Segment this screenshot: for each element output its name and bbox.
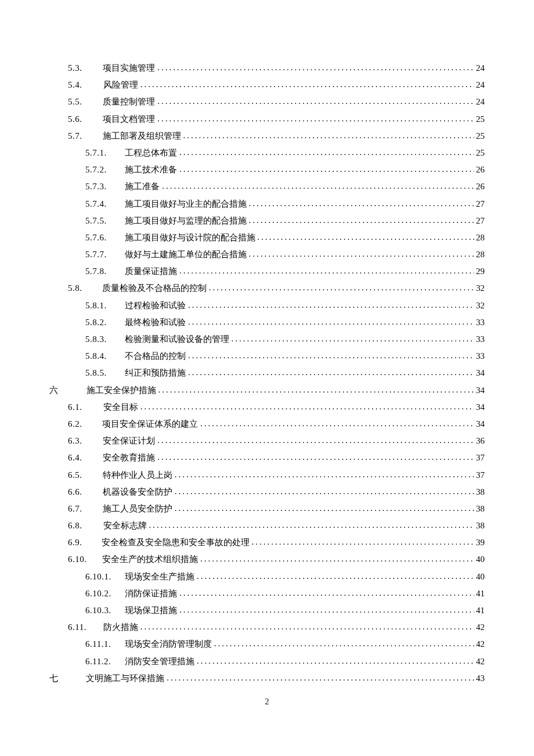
toc-entry[interactable]: 6.11.2.消防安全管理措施42 [49,657,485,666]
toc-entry[interactable]: 6.11.防火措施42 [49,623,485,632]
toc-leader-dots [157,436,474,445]
toc-entry[interactable]: 5.7.4.施工项目做好与业主的配合措施27 [49,200,485,208]
toc-leader-dots [157,453,474,462]
toc-leader-dots [214,639,474,648]
toc-entry-page: 29 [476,267,485,276]
toc-entry[interactable]: 5.5.质量控制管理24 [49,98,485,106]
toc-leader-dots [162,182,474,190]
toc-leader-dots [179,606,474,614]
toc-leader-dots [179,148,474,157]
toc-entry-page: 24 [476,81,485,89]
toc-entry[interactable]: 5.3.项目实施管理24 [49,64,485,73]
toc-entry-page: 34 [476,386,485,395]
toc-entry-page: 38 [476,488,485,496]
toc-leader-dots [179,267,474,275]
toc-entry-page: 41 [476,589,485,598]
toc-entry-title: 过程检验和试验 [125,301,186,310]
toc-entry-title: 施工项目做好与设计院的配合措施 [125,233,255,242]
toc-entry-title: 安全生产的技术组织措施 [102,555,198,564]
toc-entry-number: 6.1. [68,403,98,412]
toc-entry[interactable]: 5.6.项目文档管理25 [49,115,485,124]
toc-entry[interactable]: 6.10.2.消防保证措施41 [49,589,485,598]
toc-leader-dots [167,674,474,682]
toc-entry-number: 6.3. [68,437,98,445]
toc-entry[interactable]: 5.7.施工部署及组织管理25 [49,132,485,141]
toc-entry-title: 工程总体布置 [125,149,177,157]
toc-entry-page: 34 [476,369,485,377]
toc-entry-page: 25 [476,149,485,157]
toc-entry[interactable]: 5.8.2.最终检验和试验33 [49,318,485,327]
toc-entry[interactable]: 5.8.1.过程检验和试验32 [49,301,485,310]
toc-leader-dots [183,131,474,140]
toc-entry[interactable]: 5.8.3.检验测量和试验设备的管理33 [49,335,485,344]
toc-entry-page: 26 [476,182,485,191]
toc-leader-dots [175,504,474,513]
toc-entry[interactable]: 5.7.6.施工项目做好与设计院的配合措施28 [49,233,485,242]
toc-entry-number: 5.6. [68,115,98,124]
toc-entry-title: 安全保证计划 [103,437,155,445]
toc-entry-page: 39 [476,538,485,547]
toc-entry[interactable]: 5.7.8.质量保证措施29 [49,267,485,276]
toc-entry[interactable]: 6.10.3.现场保卫措施41 [49,606,485,615]
toc-entry[interactable]: 5.8.质量检验及不合格品的控制32 [49,284,485,293]
toc-entry-title: 安全检查及安全隐患和安全事故的处理 [102,538,250,547]
toc-entry-number: 6.10.3. [85,606,124,615]
toc-entry[interactable]: 6.8.安全标志牌38 [49,521,485,530]
toc-entry-title: 安全教育措施 [103,453,155,462]
toc-entry-page: 41 [476,606,485,615]
toc-entry[interactable]: 6.10.1.现场安全生产措施40 [49,573,485,581]
toc-entry-number: 6.4. [68,453,98,462]
toc-entry[interactable]: 5.7.3.施工准备26 [49,182,485,191]
toc-entry[interactable]: 6.7.施工人员安全防护38 [49,505,485,513]
toc-entry-number: 5.7.8. [85,267,124,276]
toc-entry[interactable]: 6.11.1.现场安全消防管理制度42 [49,640,485,649]
toc-entry-number: 5.3. [68,64,98,73]
toc-entry[interactable]: 6.9.安全检查及安全隐患和安全事故的处理39 [49,538,485,547]
toc-entry-number: 6.5. [68,471,98,480]
toc-leader-dots [257,233,474,242]
toc-entry-number: 5.4. [68,81,98,89]
toc-entry-page: 42 [476,623,485,632]
toc-entry-number: 6.7. [68,505,98,513]
toc-entry[interactable]: 6.4.安全教育措施37 [49,453,485,462]
toc-leader-dots [188,318,474,326]
toc-entry-number: 5.7.2. [85,165,124,174]
toc-entry-title: 消防安全管理措施 [125,657,194,666]
page-number: 2 [0,697,534,707]
toc-entry-page: 42 [476,657,485,666]
toc-entry[interactable]: 6.10.安全生产的技术组织措施40 [49,555,485,564]
toc-leader-dots [175,487,474,496]
toc-entry-title: 文明施工与环保措施 [86,674,164,683]
toc-entry-page: 32 [476,301,485,310]
toc-entry[interactable]: 5.8.5.纠正和预防措施34 [49,369,485,377]
toc-entry[interactable]: 5.8.4.不合格品的控制33 [49,352,485,361]
toc-entry-title: 防火措施 [103,623,138,632]
toc-leader-dots [197,572,474,581]
toc-entry[interactable]: 6.2.项目安全保证体系的建立34 [49,420,485,429]
toc-entry[interactable]: 6.6.机器设备安全防护38 [49,488,485,496]
toc-entry[interactable]: 6.3.安全保证计划36 [49,437,485,445]
toc-container: 5.3.项目实施管理245.4.风险管理245.5.质量控制管理245.6.项目… [49,64,485,691]
toc-entry-number: 5.7.1. [85,149,124,157]
toc-leader-dots [248,199,474,208]
toc-entry-number: 6.10. [68,555,98,564]
toc-entry[interactable]: 6.1.安全目标34 [49,403,485,412]
toc-entry[interactable]: 5.7.5.施工项目做好与监理的配合措施27 [49,217,485,225]
toc-leader-dots [248,216,474,225]
toc-entry[interactable]: 七文明施工与环保措施43 [49,674,485,683]
toc-leader-dots [200,555,474,563]
toc-entry[interactable]: 5.7.2.施工技术准备26 [49,165,485,174]
toc-entry[interactable]: 六施工安全保护措施34 [49,386,485,395]
toc-leader-dots [175,470,474,479]
toc-entry[interactable]: 6.5.特种作业人员上岗37 [49,471,485,480]
toc-entry-title: 不合格品的控制 [125,352,186,361]
toc-entry-number: 5.8.3. [85,335,124,344]
toc-entry-number: 5.7.6. [85,233,124,242]
toc-entry-title: 做好与土建施工单位的配合措施 [125,250,247,259]
toc-entry-page: 33 [476,352,485,361]
toc-entry[interactable]: 5.7.1.工程总体布置25 [49,149,485,157]
toc-leader-dots [251,538,474,546]
toc-entry[interactable]: 5.4.风险管理24 [49,81,485,89]
toc-entry[interactable]: 5.7.7.做好与土建施工单位的配合措施28 [49,250,485,259]
toc-entry-page: 37 [476,453,485,462]
